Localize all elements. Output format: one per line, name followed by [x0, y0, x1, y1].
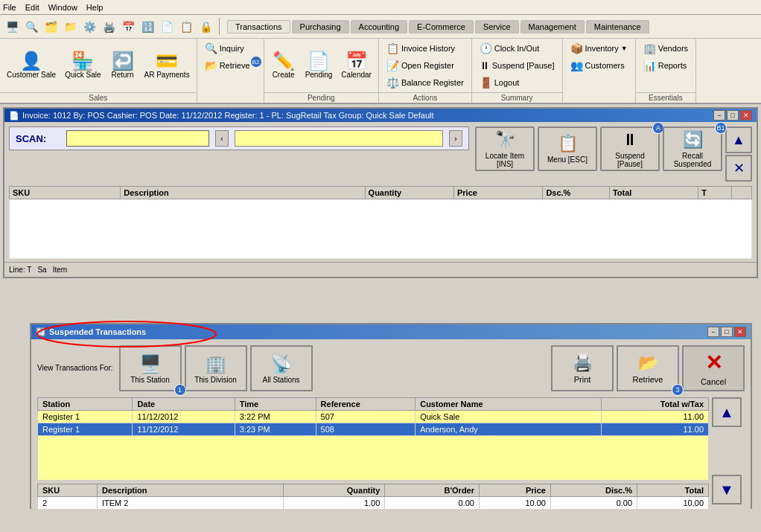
menu-file[interactable]: File — [3, 3, 16, 12]
toolbar-icon-4[interactable]: 📁 — [61, 18, 79, 36]
dialog-minimize-button[interactable]: − — [707, 327, 719, 337]
toolbar-icon-10[interactable]: 📋 — [177, 18, 195, 36]
dialog-scroll-buttons: ▲ ▼ — [712, 397, 745, 509]
sales-label: Sales — [0, 92, 197, 103]
nav-tab-purchasing[interactable]: Purchasing — [292, 20, 349, 33]
toolbar-icon-3[interactable]: 🗂️ — [42, 18, 60, 36]
suspend-pause-button[interactable]: ⏸ Suspend[Pause] — [600, 126, 660, 171]
menu-edit[interactable]: Edit — [25, 3, 39, 12]
invoice-scroll-up[interactable]: ▲ — [725, 126, 752, 153]
cell-date: 11/12/2012 — [133, 423, 235, 436]
invoice-maximize-button[interactable]: □ — [727, 110, 739, 121]
nav-tab-maintenance[interactable]: Maintenance — [586, 20, 649, 33]
menu-esc-icon: 📋 — [558, 134, 578, 153]
locate-item-button[interactable]: 🔭 Locate Item[INS] — [475, 126, 535, 171]
menu-help[interactable]: Help — [86, 3, 104, 12]
this-division-button[interactable]: 🏢 This Division — [185, 345, 247, 391]
cell-disc: 0.00 — [550, 497, 637, 510]
cancel-button[interactable]: ✕ Cancel — [682, 345, 745, 391]
invoice-scroll: ▲ ✕ — [725, 126, 752, 182]
toolbar-icon-9[interactable]: 📄 — [158, 18, 176, 36]
this-station-button[interactable]: 🖥️ This Station — [119, 345, 182, 391]
this-station-wrap: 🖥️ This Station 1 — [119, 345, 182, 391]
inquiry-button[interactable]: 🔍 Inquiry — [200, 40, 261, 57]
dialog-restore-button[interactable]: □ — [721, 327, 733, 337]
vendors-button[interactable]: 🏢 Vendors — [639, 40, 692, 57]
create-button[interactable]: ✏️ Create — [267, 40, 300, 91]
nav-tab-transactions[interactable]: Transactions — [227, 20, 290, 33]
main-window-area: 📄 Invoice: 1012 By: POS Cashier: POS Dat… — [0, 107, 761, 509]
inventory-button[interactable]: 📦 Inventory ▼ — [566, 40, 632, 57]
invoice-history-button[interactable]: 📋 Invoice History — [382, 40, 468, 57]
customer-sale-button[interactable]: 👤 Customer Sale — [3, 40, 60, 91]
scan-input[interactable] — [66, 130, 209, 147]
scan-secondary-input[interactable] — [235, 130, 443, 147]
suspend-button[interactable]: ⏸ Suspend [Pause] — [475, 57, 559, 74]
table-row[interactable]: Register 1 11/12/2012 3:22 PM 507 Quick … — [38, 411, 709, 423]
cell-qty: 1.00 — [284, 497, 385, 510]
menu-esc-button[interactable]: 📋 Menu [ESC] — [538, 126, 597, 171]
quick-sale-button[interactable]: 🏪 Quick Sale — [61, 40, 104, 91]
toolbar-icon-6[interactable]: 🖨️ — [100, 18, 118, 36]
recall-suspended-button[interactable]: 🔄 RecallSuspended — [663, 126, 722, 171]
col-desc: Description — [98, 484, 284, 497]
calendar-button[interactable]: 📅 Calendar — [337, 40, 375, 91]
logout-icon: 🚪 — [480, 77, 492, 89]
toolbar-icon-2[interactable]: 🔍 — [22, 18, 40, 36]
toolbar-icon-8[interactable]: 🔢 — [138, 18, 156, 36]
clock-in-out-button[interactable]: 🕐 Clock In/Out — [475, 40, 559, 57]
locate-item-label: Locate Item[INS] — [485, 152, 524, 168]
customers-button[interactable]: 👥 Customers — [566, 57, 632, 74]
susp-retrieve-button[interactable]: 📂 Retrieve — [617, 345, 679, 391]
invoice-scroll-down[interactable]: ✕ — [725, 155, 752, 182]
cell-total: 11.00 — [602, 411, 709, 423]
print-button[interactable]: 🖨️ Print — [551, 345, 614, 391]
col-time: Time — [235, 398, 316, 411]
invoice-close-button[interactable]: ✕ — [740, 110, 752, 121]
logout-button[interactable]: 🚪 Logout — [475, 74, 559, 91]
cell-total: 10.00 — [637, 497, 709, 510]
table-row[interactable]: Register 1 11/12/2012 3:23 PM 508 Anders… — [38, 423, 709, 436]
balance-register-button[interactable]: ⚖️ Balance Register — [382, 74, 468, 91]
invoice-minimize-button[interactable]: − — [713, 110, 725, 121]
small-toolbar: 🖥️ 🔍 🗂️ 📁 ⚙️ 🖨️ 📅 🔢 📄 📋 🔒 Transactions P… — [0, 15, 761, 39]
retrieve-icon: 📂 — [205, 60, 217, 71]
retrieve-button[interactable]: 📂 Retrieve B2 — [200, 57, 261, 74]
invoice-table-area: SKU Description Quantity Price Dsc.% Tot… — [4, 186, 757, 262]
dialog-title-buttons: − □ ✕ — [707, 327, 746, 337]
reports-button[interactable]: 📊 Reports — [639, 57, 692, 74]
toolbar-icon-1[interactable]: 🖥️ — [3, 18, 21, 36]
scan-nav-right[interactable]: › — [449, 130, 462, 147]
nav-tab-ecommerce[interactable]: E-Commerce — [409, 20, 474, 33]
dialog-close-button[interactable]: ✕ — [734, 327, 746, 337]
detail-row[interactable]: 2 ITEM 2 1.00 0.00 10.00 0.00 10.00 — [38, 497, 709, 510]
ar-payments-button[interactable]: 💳 AR Payments — [141, 40, 194, 91]
scan-nav-left[interactable]: ‹ — [215, 130, 229, 147]
all-stations-button[interactable]: 📡 All Stations — [250, 345, 313, 391]
invoice-history-icon: 📋 — [386, 42, 399, 54]
dialog-icon: 🔄 — [36, 327, 46, 337]
cell-station: Register 1 — [38, 411, 133, 423]
toolbar-icon-7[interactable]: 📅 — [119, 18, 137, 36]
nav-tab-service[interactable]: Service — [475, 20, 519, 33]
toolbar-icon-5[interactable]: ⚙️ — [80, 18, 98, 36]
table-row[interactable] — [10, 199, 752, 259]
nav-tab-management[interactable]: Management — [520, 20, 585, 33]
toolbar-essentials-group: 📦 Inventory ▼ 👥 Customers — [563, 39, 636, 103]
pending-button[interactable]: 📄 Pending — [302, 40, 337, 91]
quick-sale-icon: 🏪 — [71, 52, 94, 70]
col-date: Date — [133, 398, 235, 411]
toolbar-icon-11[interactable]: 🔒 — [197, 18, 214, 36]
menu-window[interactable]: Window — [48, 3, 77, 12]
dialog-scroll-up[interactable]: ▲ — [712, 397, 742, 427]
return-button[interactable]: ↩️ Return — [106, 40, 139, 91]
open-register-button[interactable]: 📝 Open Register — [382, 57, 468, 74]
view-transactions-label: View Transactions For: — [37, 363, 113, 374]
balance-register-icon: ⚖️ — [386, 77, 399, 89]
nav-tab-accounting[interactable]: Accounting — [351, 20, 407, 33]
susp-toolbar-row: View Transactions For: 🖥️ This Station 1… — [37, 345, 745, 391]
dialog-scroll-down[interactable]: ▼ — [712, 475, 742, 504]
col-t: T — [698, 187, 732, 199]
sa-label: Sa — [37, 266, 46, 274]
col-price: Price — [453, 187, 542, 199]
